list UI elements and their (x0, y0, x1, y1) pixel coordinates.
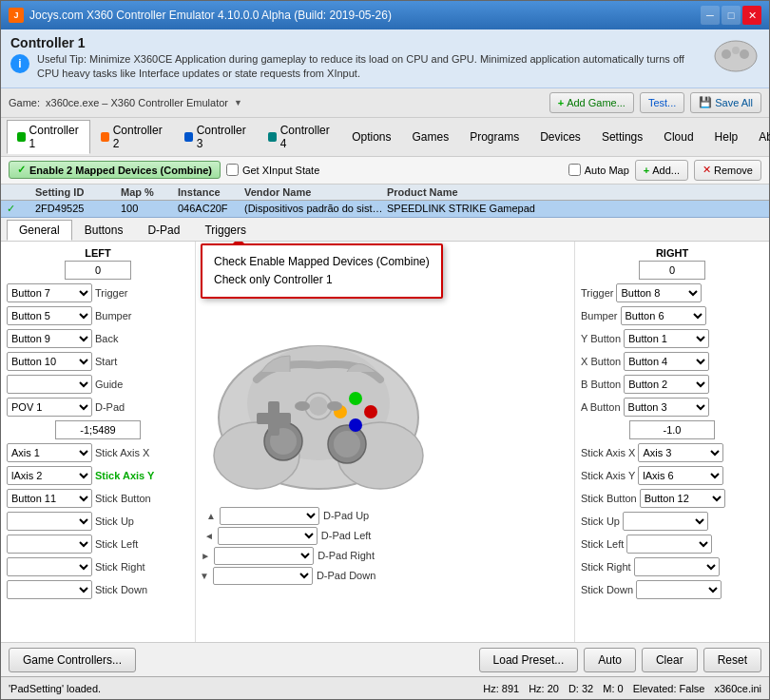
svg-point-1 (722, 49, 731, 59)
get-xinput-checkbox[interactable] (226, 164, 239, 176)
right-stick-axis-x-select[interactable]: Axis 3 (638, 443, 723, 462)
right-bumper-select[interactable]: Button 6 (621, 306, 706, 325)
right-trigger-label: Trigger (581, 287, 613, 299)
info-icon: i (10, 54, 29, 73)
dpad-down-row: ▼ D-Pad Down (200, 567, 375, 585)
right-stick-up-select[interactable] (623, 512, 708, 531)
subtab-general[interactable]: General (7, 220, 72, 241)
save-all-button[interactable]: 💾 Save All (690, 92, 761, 113)
automap-checkbox[interactable] (568, 164, 581, 176)
left-trigger-label: Trigger (95, 287, 127, 299)
left-stick-right-select[interactable] (7, 557, 92, 576)
right-stick-btn-select[interactable]: Button 12 (640, 489, 725, 508)
tab-games[interactable]: Games (401, 126, 459, 147)
left-stick-axis-y-label: Stick Axis Y (95, 470, 154, 481)
minimize-button[interactable]: ─ (701, 6, 720, 25)
right-stick-left-select[interactable] (626, 535, 712, 554)
tab-devices[interactable]: Devices (529, 126, 591, 147)
automap-label[interactable]: Auto Map (568, 164, 629, 176)
left-guide-select[interactable] (7, 375, 92, 394)
right-y-select[interactable]: Button 1 (624, 329, 709, 348)
right-stick-right-label: Stick Right (581, 561, 631, 573)
left-stick-axis-x-select[interactable]: Axis 1 (7, 443, 92, 462)
load-preset-button[interactable]: Load Preset... (479, 648, 579, 672)
tab-controller3[interactable]: Controller 3 (174, 120, 258, 154)
tab-programs[interactable]: Programs (459, 126, 529, 147)
tab-controller2[interactable]: Controller 2 (90, 120, 174, 154)
left-stick-left-select[interactable] (7, 535, 92, 554)
left-back-label: Back (95, 333, 118, 344)
left-stick-btn-row: Button 11 Stick Button (7, 488, 189, 509)
left-stick-btn-select[interactable]: Button 11 (7, 489, 92, 508)
right-stick-axis-x-label: Stick Axis X (581, 447, 635, 458)
right-trigger-select[interactable]: Button 8 (616, 283, 702, 302)
dpad-up-select[interactable] (220, 507, 319, 525)
left-stick-axis-y-select[interactable]: lAxis 2 (7, 466, 92, 485)
status-bar: 'PadSetting' loaded. Hz: 891 Hz: 20 D: 3… (1, 676, 769, 699)
dpad-right-select[interactable] (214, 547, 314, 565)
programs-label: Programs (470, 130, 519, 144)
add-button[interactable]: + Add... (635, 160, 688, 181)
right-stick-right-select[interactable] (634, 557, 720, 576)
get-xinput-label[interactable]: Get XInput State (226, 164, 319, 176)
table-row[interactable]: ✓ 2FD49525 100 046AC20F (Dispositivos pa… (1, 201, 769, 218)
subtab-buttons[interactable]: Buttons (72, 220, 136, 241)
test-button[interactable]: Test... (640, 92, 684, 113)
left-dpad-select[interactable]: POV 1 (7, 398, 92, 417)
tab-options[interactable]: Options (341, 126, 401, 147)
right-a-select[interactable]: Button 3 (624, 398, 709, 417)
clear-button[interactable]: Clear (642, 648, 698, 672)
tab-help[interactable]: Help (704, 126, 749, 147)
svg-point-16 (349, 418, 362, 432)
right-panel: RIGHT 0 Trigger Button 8 Bumper Button 6… (574, 242, 769, 642)
left-back-select[interactable]: Button 9 (7, 329, 92, 348)
left-start-select[interactable]: Button 10 (7, 352, 92, 371)
automap-text: Auto Map (585, 165, 629, 176)
left-start-label: Start (95, 356, 117, 367)
right-stick-up-label: Stick Up (581, 515, 620, 527)
right-x-select[interactable]: Button 4 (624, 352, 709, 371)
right-stick-down-select[interactable] (636, 580, 722, 599)
tab-settings[interactable]: Settings (591, 126, 653, 147)
dpad-down-label: D-Pad Down (317, 570, 375, 581)
tab-indicator-4 (268, 132, 277, 142)
dpad-left-select[interactable] (218, 527, 318, 545)
reset-button[interactable]: Reset (703, 648, 761, 672)
tab-controller4-label: Controller 4 (280, 124, 331, 150)
left-guide-row: Guide (7, 374, 189, 395)
right-x-label: X Button (581, 356, 621, 367)
row-vendor: (Dispositivos padrão do sistema) (244, 203, 387, 214)
row-check[interactable]: ✓ (7, 203, 35, 215)
left-bumper-select[interactable]: Button 5 (7, 306, 92, 325)
right-y-label: Y Button (581, 333, 621, 344)
left-trigger-select[interactable]: Button 7 (7, 283, 92, 302)
tab-cloud[interactable]: Cloud (653, 126, 703, 147)
row-map-pct: 100 (121, 203, 178, 214)
right-stick-axis-y-select[interactable]: lAxis 6 (638, 466, 723, 485)
left-stick-axis-x-label: Stick Axis X (95, 447, 149, 458)
add-game-button[interactable]: + Add Game... (549, 92, 634, 113)
maximize-button[interactable]: □ (722, 6, 741, 25)
remove-button[interactable]: ✕ Remove (694, 160, 761, 181)
status-message: 'PadSetting' loaded. (9, 683, 101, 694)
game-controllers-button[interactable]: Game Controllers... (9, 648, 136, 672)
dpad-down-select[interactable] (213, 567, 313, 585)
right-stick-axis-y-label: Stick Axis Y (581, 470, 635, 481)
tab-controller1[interactable]: Controller 1 (7, 120, 90, 154)
right-b-label: B Button (581, 379, 621, 390)
tab-controller4[interactable]: Controller 4 (258, 120, 341, 154)
left-stick-down-label: Stick Down (95, 584, 147, 595)
tab-about[interactable]: About (748, 126, 770, 147)
left-stick-down-select[interactable] (7, 580, 92, 599)
enable-combine-label[interactable]: ✓ Enable 2 Mapped Devices (Combine) (9, 161, 221, 179)
subtab-dpad[interactable]: D-Pad (135, 220, 192, 241)
auto-button[interactable]: Auto (584, 648, 636, 672)
table-header: Setting ID Map % Instance Vendor Name Pr… (1, 185, 769, 201)
svg-point-2 (740, 49, 749, 59)
remove-label: Remove (714, 165, 753, 176)
subtab-triggers[interactable]: Triggers (192, 220, 259, 241)
left-stick-up-select[interactable] (7, 512, 92, 531)
left-axis-value-box: -1;5489 (55, 420, 141, 439)
close-button[interactable]: ✕ (742, 6, 761, 25)
right-b-select[interactable]: Button 2 (624, 375, 709, 394)
